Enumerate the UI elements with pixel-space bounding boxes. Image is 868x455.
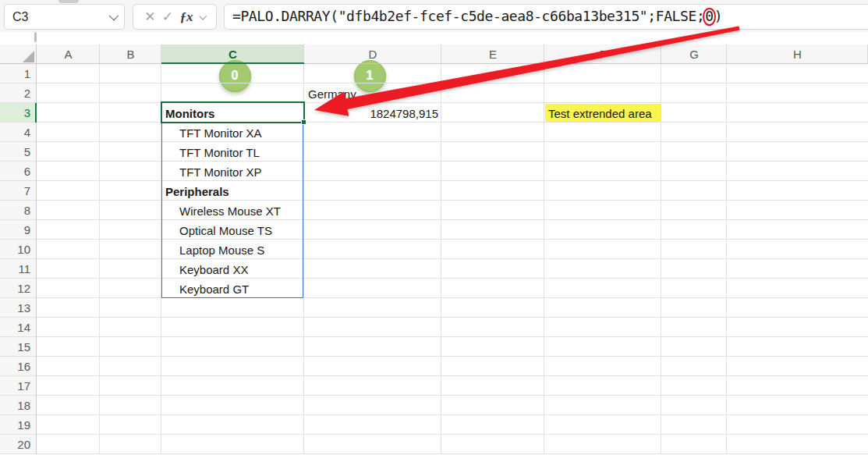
gridline-horizontal [0, 375, 868, 376]
row-header-12[interactable]: 12 [0, 279, 37, 298]
row-header-1[interactable]: 1 [0, 64, 37, 84]
gridline-horizontal [0, 317, 868, 318]
row-header-3[interactable]: 3 [0, 103, 37, 123]
row-header-14[interactable]: 14 [0, 318, 37, 337]
column-header-F[interactable]: F [544, 44, 661, 64]
active-cell-border-C3[interactable] [161, 101, 305, 123]
cell-F3[interactable]: Test extrended area [545, 104, 661, 123]
row-header-11[interactable]: 11 [0, 259, 37, 279]
row-header-7[interactable]: 7 [0, 181, 37, 201]
row-header-19[interactable]: 19 [0, 415, 37, 435]
row-header-16[interactable]: 16 [0, 357, 37, 376]
gridline-horizontal [0, 180, 868, 181]
column-header-H[interactable]: H [727, 44, 868, 64]
select-all-icon [23, 51, 34, 62]
column-header-A[interactable]: A [37, 44, 100, 64]
row-header-4[interactable]: 4 [0, 123, 37, 142]
fill-handle[interactable] [301, 119, 306, 125]
row-header-5[interactable]: 5 [0, 142, 37, 162]
gridline-horizontal [0, 434, 868, 435]
gridline-horizontal [0, 258, 868, 259]
column-header-E[interactable]: E [441, 44, 544, 64]
column-header-B[interactable]: B [100, 44, 161, 64]
column-header-D[interactable]: D [304, 44, 441, 64]
gridline-horizontal [0, 239, 868, 240]
gridline-horizontal [0, 102, 868, 103]
row-header-20[interactable]: 20 [0, 435, 37, 454]
cell-D3[interactable]: 1824798,915 [305, 104, 441, 123]
gridline-horizontal [0, 141, 868, 142]
row-header-13[interactable]: 13 [0, 298, 37, 318]
gridline-horizontal [0, 122, 868, 123]
row-header-6[interactable]: 6 [0, 162, 37, 181]
gridline-horizontal [0, 219, 868, 220]
gridline-vertical [661, 64, 661, 454]
column-header-G[interactable]: G [661, 44, 727, 64]
gridline-vertical [726, 64, 727, 454]
worksheet: MonitorsTFT Monitor XATFT Monitor TLTFT … [0, 0, 868, 455]
column-header-C[interactable]: C [161, 44, 304, 64]
gridline-vertical [99, 64, 100, 454]
row-header-2[interactable]: 2 [0, 84, 37, 103]
gridline-vertical [544, 64, 544, 454]
gridline-horizontal [0, 83, 868, 84]
gridline-horizontal [0, 356, 868, 357]
row-header-8[interactable]: 8 [0, 201, 37, 220]
gridline-horizontal [0, 336, 868, 337]
gridline-vertical [441, 64, 441, 454]
row-header-18[interactable]: 18 [0, 396, 37, 415]
gridline-horizontal [0, 395, 868, 396]
gridline-horizontal [0, 278, 868, 279]
row-header-17[interactable]: 17 [0, 376, 37, 396]
row-header-10[interactable]: 10 [0, 240, 37, 259]
select-all-corner[interactable] [0, 44, 37, 64]
annotation-badge-0: 0 [219, 60, 251, 92]
gridline-horizontal [0, 297, 868, 298]
spreadsheet-app: { "formula_bar": { "name_box_value": "C3… [0, 0, 868, 455]
gridline-horizontal [0, 414, 868, 415]
annotation-badge-1: 1 [354, 60, 386, 92]
row-header-15[interactable]: 15 [0, 337, 37, 357]
gridline-horizontal [0, 453, 868, 454]
range-border-C4:C12 [161, 122, 303, 298]
gridline-horizontal [0, 161, 868, 162]
row-header-9[interactable]: 9 [0, 220, 37, 240]
gridline-horizontal [0, 200, 868, 201]
